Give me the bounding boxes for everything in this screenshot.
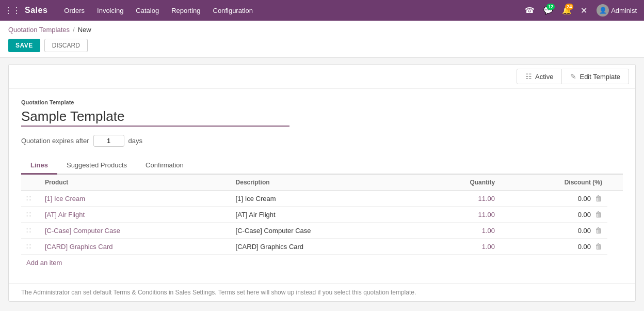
- drag-handle[interactable]: ∷: [26, 226, 31, 235]
- footer-note: The Administrator can set default Terms …: [9, 283, 635, 301]
- activity-badge: 24: [565, 4, 573, 10]
- quantity-cell: 1.00: [482, 243, 495, 251]
- drag-handle[interactable]: ∷: [26, 210, 31, 219]
- col-quantity: Quantity: [421, 175, 500, 191]
- status-icon: ☷: [525, 72, 532, 81]
- discount-cell: 0.00: [578, 195, 591, 203]
- table-row: ∷ [AT] Air Flight [AT] Air Flight 11.00 …: [21, 207, 623, 223]
- col-discount: Discount (%): [500, 175, 607, 191]
- nav-configuration[interactable]: Configuration: [207, 0, 259, 21]
- save-button[interactable]: SAVE: [8, 39, 40, 52]
- expires-row: Quotation expires after days: [21, 135, 623, 147]
- delete-row-icon[interactable]: 🗑: [595, 242, 602, 251]
- quantity-cell: 11.00: [478, 211, 495, 219]
- quantity-cell: 1.00: [482, 227, 495, 235]
- nav-reporting[interactable]: Reporting: [165, 0, 206, 21]
- nav-orders[interactable]: Orders: [58, 0, 91, 21]
- nav-menu: Orders Invoicing Catalog Reporting Confi…: [58, 0, 522, 21]
- edit-icon: ✎: [570, 72, 576, 81]
- tab-lines[interactable]: Lines: [21, 157, 57, 175]
- action-bar: SAVE DISCARD: [0, 36, 644, 58]
- drag-handle[interactable]: ∷: [26, 242, 31, 251]
- discount-cell: 0.00: [578, 211, 591, 219]
- avatar: 👤: [597, 4, 609, 17]
- product-cell[interactable]: [CARD] Graphics Card: [45, 243, 112, 251]
- section-label: Quotation Template: [21, 99, 623, 105]
- nav-invoicing[interactable]: Invoicing: [91, 0, 130, 21]
- description-cell: [C-Case] Computer Case: [236, 227, 311, 235]
- grid-icon[interactable]: ⋮⋮: [4, 6, 21, 15]
- edit-template-label: Edit Template: [579, 73, 620, 81]
- breadcrumb-parent[interactable]: Quotation Templates: [8, 26, 70, 34]
- expires-suffix: days: [128, 137, 142, 145]
- drag-handle[interactable]: ∷: [26, 194, 31, 203]
- col-description: Description: [231, 175, 422, 191]
- product-cell[interactable]: [1] Ice Cream: [45, 195, 85, 203]
- discount-cell: 0.00: [578, 243, 591, 251]
- table-row: ∷ [1] Ice Cream [1] Ice Cream 11.00 0.00…: [21, 191, 623, 207]
- user-name: Administ: [611, 7, 637, 14]
- status-label: Active: [535, 73, 553, 81]
- product-cell[interactable]: [AT] Air Flight: [45, 211, 85, 219]
- lines-table: Product Description Quantity Discount (%…: [21, 175, 623, 255]
- card-body: Quotation Template Quotation expires aft…: [9, 89, 635, 281]
- activity-icon-btn[interactable]: 🔔 24: [559, 3, 574, 18]
- tabs-row: Lines Suggested Products Confirmation: [21, 157, 623, 175]
- delete-row-icon[interactable]: 🗑: [595, 194, 602, 203]
- phone-icon-btn[interactable]: ☎: [522, 3, 537, 18]
- col-product: Product: [40, 175, 231, 191]
- delete-row-icon[interactable]: 🗑: [595, 226, 602, 235]
- main-card: ☷ Active ✎ Edit Template Quotation Templ…: [8, 64, 636, 302]
- description-cell: [AT] Air Flight: [236, 211, 276, 219]
- breadcrumb-current: New: [78, 26, 91, 34]
- app-name[interactable]: Sales: [25, 6, 47, 15]
- edit-template-button[interactable]: ✎ Edit Template: [562, 69, 629, 84]
- nav-catalog[interactable]: Catalog: [130, 0, 165, 21]
- top-navigation: ⋮⋮ Sales Orders Invoicing Catalog Report…: [0, 0, 644, 21]
- breadcrumb-separator: /: [73, 26, 75, 34]
- chat-badge: 12: [546, 4, 555, 10]
- product-cell[interactable]: [C-Case] Computer Case: [45, 227, 120, 235]
- expires-label: Quotation expires after: [21, 137, 89, 145]
- discard-button[interactable]: DISCARD: [44, 39, 88, 52]
- nav-right-actions: ☎ 💬 12 🔔 24 ✕ 👤 Administ: [522, 3, 640, 18]
- template-title-input[interactable]: [21, 107, 289, 127]
- close-icon[interactable]: ✕: [577, 6, 590, 15]
- tab-suggested-products[interactable]: Suggested Products: [57, 157, 136, 175]
- user-menu[interactable]: 👤 Administ: [593, 4, 640, 17]
- card-header-row: ☷ Active ✎ Edit Template: [9, 65, 635, 89]
- table-row: ∷ [C-Case] Computer Case [C-Case] Comput…: [21, 223, 623, 239]
- breadcrumb: Quotation Templates / New: [0, 21, 644, 36]
- expires-input[interactable]: [93, 135, 124, 147]
- discount-cell: 0.00: [578, 227, 591, 235]
- description-cell: [CARD] Graphics Card: [236, 243, 303, 251]
- quantity-cell: 11.00: [478, 195, 495, 203]
- status-button[interactable]: ☷ Active: [517, 69, 562, 84]
- table-row: ∷ [CARD] Graphics Card [CARD] Graphics C…: [21, 239, 623, 255]
- chat-icon-btn[interactable]: 💬 12: [540, 3, 556, 18]
- delete-row-icon[interactable]: 🗑: [595, 210, 602, 219]
- tab-confirmation[interactable]: Confirmation: [136, 157, 193, 175]
- add-item-link[interactable]: Add an item: [21, 255, 67, 271]
- description-cell: [1] Ice Cream: [236, 195, 276, 203]
